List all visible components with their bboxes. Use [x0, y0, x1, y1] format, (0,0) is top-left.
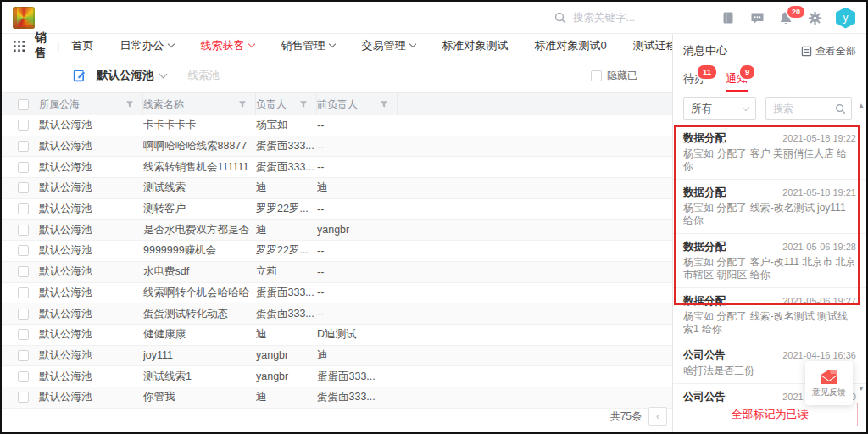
row-checkbox[interactable] [18, 203, 29, 214]
row-checkbox[interactable] [18, 329, 29, 340]
filter-select-value: 所有 [691, 102, 712, 116]
cell-prev-owner: 迪 [317, 181, 328, 195]
table-row[interactable]: 默认公海池 蛋蛋测试转化动态 蛋蛋面333... -- [2, 303, 672, 325]
row-checkbox[interactable] [18, 309, 29, 320]
app-logo[interactable] [13, 7, 35, 29]
row-checkbox[interactable] [18, 371, 29, 382]
feedback-button[interactable]: 意见反馈 [805, 361, 853, 405]
row-checkbox[interactable] [18, 182, 29, 193]
nav-item-label: 日常办公 [120, 38, 164, 53]
chat-icon[interactable] [749, 10, 765, 25]
filter-icon[interactable] [125, 100, 134, 108]
filter-icon[interactable] [299, 100, 308, 108]
table-row[interactable]: 默认公海池 joy111 yangbr 迪 [2, 346, 672, 367]
row-checkbox[interactable] [18, 120, 29, 131]
notification-item[interactable]: 数据分配 2021-05-06 19:28 杨宝如 分配了 客户-改111 北京… [673, 234, 866, 288]
column-header-prev-owner: 前负责人 [317, 97, 358, 112]
row-checkbox[interactable] [18, 266, 29, 277]
notification-title: 公司公告 [683, 348, 726, 363]
notification-count-badge: 20 [786, 4, 806, 19]
nav-item[interactable]: 销售管理 [281, 38, 335, 53]
nav-item-label: 首页 [71, 38, 93, 53]
view-all-link[interactable]: 查看全部 [801, 44, 856, 58]
table-row[interactable]: 默认公海池 线索转销售机会111111 蛋蛋面333... -- [2, 157, 672, 178]
cell-lead-name: 卡卡卡卡卡 [143, 118, 197, 132]
nav-item[interactable]: 标准对象测试 [442, 38, 508, 53]
row-checkbox[interactable] [18, 350, 29, 361]
mark-all-read-button[interactable]: 全部标记为已读 [682, 403, 858, 426]
table-row[interactable]: 默认公海池 测试线索 迪 迪 [2, 178, 672, 199]
table-row[interactable]: 默认公海池 线索啊转个机会哈哈哈 蛋蛋面333... -- [2, 283, 672, 304]
topbar-icons: 20 y [721, 2, 855, 34]
cell-prev-owner: 迪 [317, 348, 328, 363]
cell-pool: 默认公海池 [39, 370, 92, 384]
notification-search-input[interactable] [773, 103, 832, 114]
table-row[interactable]: 默认公海池 健健康康 迪 D迪测试 [2, 325, 672, 346]
nav-item[interactable]: 线索获客 [200, 38, 254, 53]
filter-icon[interactable] [238, 100, 247, 108]
bell-icon[interactable]: 20 [778, 10, 793, 25]
search-icon[interactable] [835, 103, 846, 114]
select-all-checkbox[interactable] [18, 99, 29, 110]
filter-icon[interactable] [380, 100, 388, 108]
nav-item[interactable]: 首页 [71, 38, 93, 53]
apps-grid-icon[interactable] [14, 41, 25, 52]
panel-tab[interactable]: 通知 9 [726, 70, 748, 94]
row-checkbox[interactable] [18, 287, 29, 298]
search-input[interactable] [573, 12, 683, 24]
table-row[interactable]: 默认公海池 啊啊哈哈哈线索88877 蛋蛋面333... -- [2, 136, 672, 158]
cell-lead-name: 健健康康 [143, 327, 186, 342]
cell-lead-name: 线索转销售机会111111 [143, 160, 249, 175]
cell-prev-owner: -- [317, 161, 324, 173]
nav-item[interactable]: 交易管理 [361, 38, 415, 53]
table-row[interactable]: 默认公海池 测转客户 罗罗22罗... -- [2, 199, 672, 220]
scrollbar-up-icon[interactable]: ▲ [858, 102, 865, 109]
cell-owner: 蛋蛋面333... [256, 139, 314, 153]
user-avatar[interactable]: y [836, 8, 855, 29]
cell-owner: 迪 [256, 181, 267, 195]
nav-item[interactable]: 日常办公 [120, 38, 174, 53]
nav-item-label: 销售管理 [281, 38, 325, 53]
row-checkbox[interactable] [18, 162, 29, 173]
row-checkbox[interactable] [18, 245, 29, 256]
notification-item[interactable]: 数据分配 2021-05-18 19:21 杨宝如 分配了 线索-改名测试 jo… [673, 180, 866, 234]
pagination-prev-button[interactable]: ‹ [648, 407, 667, 426]
notification-body: 杨宝如 分配了 线索-改名测试 测试线索1 给你 [683, 310, 856, 336]
row-checkbox[interactable] [18, 392, 29, 403]
table-row[interactable]: 默认公海池 水电费sdf 立莉 -- [2, 262, 672, 283]
filter-select[interactable]: 所有 [683, 97, 756, 120]
search-icon [554, 12, 566, 24]
cell-lead-name: 9999999赚机会 [143, 243, 216, 258]
panel-tab[interactable]: 待办 11 [683, 70, 705, 94]
table-row[interactable]: 默认公海池 卡卡卡卡卡 杨宝如 -- [2, 115, 672, 136]
global-search [554, 2, 683, 34]
pool-selector[interactable]: 默认公海池 [97, 68, 154, 83]
envelope-icon [819, 369, 839, 385]
compose-icon[interactable] [73, 69, 86, 82]
docs-icon[interactable] [721, 10, 736, 25]
nav-item-label: 交易管理 [361, 38, 405, 53]
table-row[interactable]: 默认公海池 测试线索1 yangbr 蛋蛋面333... [2, 366, 672, 387]
notification-item[interactable]: 数据分配 2021-05-18 19:22 杨宝如 分配了 客户 美丽俏佳人店 … [673, 125, 866, 180]
cell-pool: 默认公海池 [39, 202, 92, 216]
table-row[interactable]: 默认公海池 你管我 迪 蛋蛋面333... [2, 387, 672, 409]
table-row[interactable]: 默认公海池 是否水电费双方都是否 迪 yangbr [2, 220, 672, 241]
cell-owner: 立莉 [256, 264, 277, 279]
cell-prev-owner: -- [317, 287, 324, 298]
hide-converted-checkbox[interactable] [591, 70, 602, 81]
table-row[interactable]: 默认公海池 9999999赚机会 罗罗22罗... -- [2, 241, 672, 262]
notification-time: 2021-05-06 19:27 [782, 296, 856, 306]
app-name[interactable]: 销售 [35, 31, 47, 61]
topbar: 20 y [2, 2, 866, 34]
row-checkbox[interactable] [18, 141, 29, 152]
cell-owner: 罗罗22罗... [256, 202, 309, 216]
gear-icon[interactable] [807, 10, 822, 25]
notification-item[interactable]: 数据分配 2021-05-06 19:27 杨宝如 分配了 线索-改名测试 测试… [673, 288, 866, 342]
nav-item-label: 线索获客 [200, 38, 244, 53]
cell-pool: 默认公海池 [39, 139, 92, 153]
nav-item[interactable]: 标准对象测试0 [534, 38, 606, 53]
message-center-panel: 消息中心 查看全部 待办 11 通知 9 所有 [672, 34, 866, 432]
row-checkbox[interactable] [18, 225, 29, 236]
crm-app-window: 20 y 销售 | 首页 日常办公 线索获客 销售管理 [0, 0, 868, 434]
chevron-down-icon[interactable] [159, 70, 167, 79]
